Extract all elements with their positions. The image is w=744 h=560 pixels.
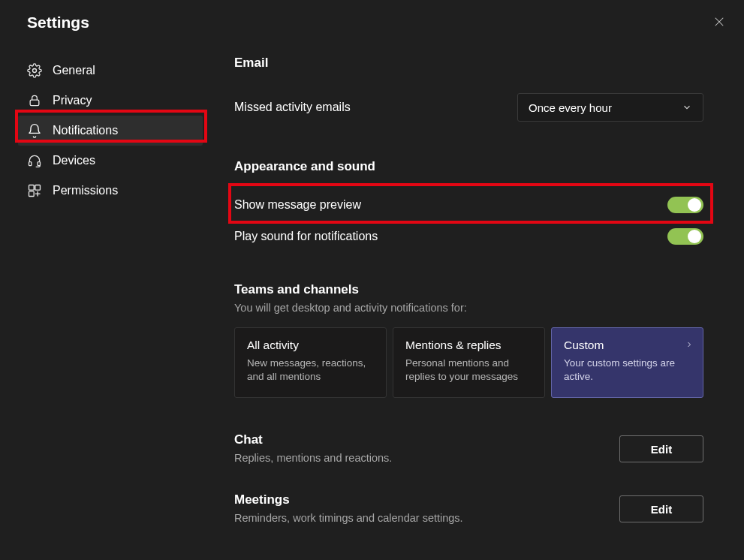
- sidebar-item-label: General: [53, 64, 95, 77]
- sidebar-item-label: Permissions: [53, 184, 118, 197]
- content-area: Email Missed activity emails Once every …: [207, 56, 744, 524]
- svg-rect-4: [29, 185, 35, 191]
- card-desc: Personal mentions and replies to your me…: [405, 357, 532, 384]
- lock-icon: [27, 93, 42, 108]
- svg-point-0: [33, 69, 37, 73]
- show-preview-label: Show message preview: [234, 198, 361, 212]
- apps-icon: [27, 183, 42, 198]
- close-button[interactable]: [711, 14, 727, 33]
- teams-subtitle: You will get desktop and activity notifi…: [234, 302, 703, 314]
- headset-icon: [27, 153, 42, 168]
- svg-rect-6: [29, 191, 35, 197]
- page-title: Settings: [27, 14, 89, 32]
- dropdown-value: Once every hour: [529, 101, 612, 114]
- svg-rect-2: [29, 162, 32, 166]
- card-title: Custom: [564, 339, 691, 352]
- sidebar-item-label: Notifications: [53, 124, 118, 137]
- svg-rect-3: [38, 162, 40, 166]
- chevron-right-icon: [685, 340, 694, 349]
- play-sound-label: Play sound for notifications: [234, 230, 378, 243]
- chevron-down-icon: [682, 102, 692, 113]
- option-card-mentions-replies[interactable]: Mentions & replies Personal mentions and…: [393, 327, 545, 398]
- sidebar-item-label: Devices: [53, 154, 95, 167]
- meetings-subtitle: Reminders, work timings and calendar set…: [234, 512, 463, 524]
- section-title-email: Email: [234, 56, 703, 71]
- card-desc: Your custom settings are active.: [564, 357, 691, 384]
- card-desc: New messages, reactions, and all mention…: [247, 357, 374, 384]
- chat-edit-button[interactable]: Edit: [619, 435, 703, 462]
- missed-activity-dropdown[interactable]: Once every hour: [517, 93, 703, 122]
- section-title-appearance: Appearance and sound: [234, 159, 703, 174]
- sidebar: General Privacy Notifications Devices Pe: [0, 56, 207, 524]
- sidebar-item-privacy[interactable]: Privacy: [18, 86, 203, 116]
- close-icon: [714, 17, 724, 27]
- sidebar-item-general[interactable]: General: [18, 56, 203, 86]
- sidebar-item-devices[interactable]: Devices: [18, 146, 203, 176]
- chat-subtitle: Replies, mentions and reactions.: [234, 452, 392, 464]
- missed-activity-label: Missed activity emails: [234, 101, 351, 114]
- show-preview-toggle[interactable]: [667, 197, 703, 213]
- section-title-meetings: Meetings: [234, 492, 463, 507]
- option-card-all-activity[interactable]: All activity New messages, reactions, an…: [234, 327, 387, 398]
- sidebar-item-notifications[interactable]: Notifications: [18, 116, 203, 146]
- sidebar-item-label: Privacy: [53, 94, 92, 107]
- bell-icon: [27, 123, 42, 138]
- sidebar-item-permissions[interactable]: Permissions: [18, 176, 203, 206]
- play-sound-toggle[interactable]: [667, 228, 703, 245]
- section-title-teams: Teams and channels: [234, 282, 703, 297]
- svg-rect-5: [35, 185, 41, 191]
- card-title: All activity: [247, 339, 374, 352]
- meetings-edit-button[interactable]: Edit: [619, 495, 703, 522]
- section-title-chat: Chat: [234, 432, 392, 447]
- option-card-custom[interactable]: Custom Your custom settings are active.: [551, 327, 703, 398]
- gear-icon: [27, 63, 42, 78]
- svg-rect-1: [30, 100, 39, 106]
- card-title: Mentions & replies: [405, 339, 532, 352]
